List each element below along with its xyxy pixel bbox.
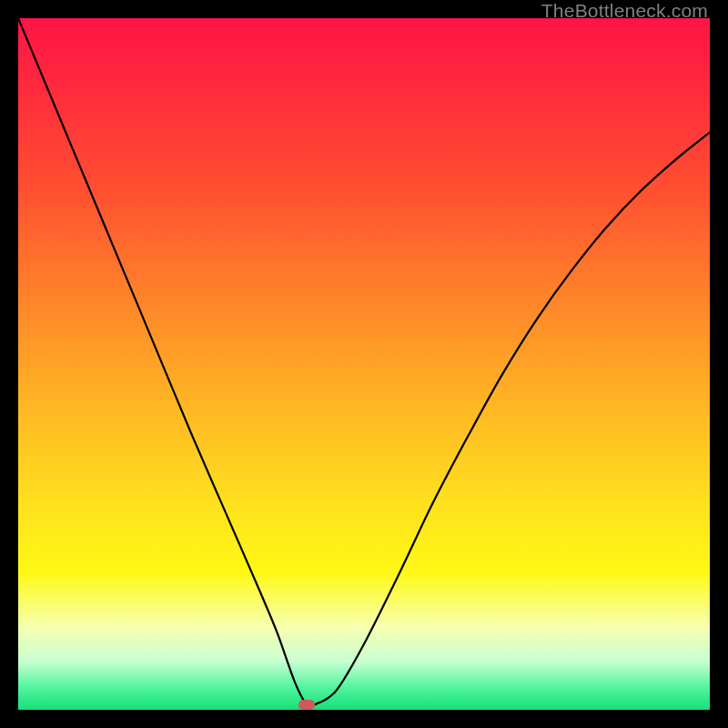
chart-frame: TheBottleneck.com: [0, 0, 728, 728]
bottleneck-curve-path: [18, 18, 710, 706]
optimum-marker: [298, 700, 315, 710]
curve-svg: [18, 18, 710, 710]
plot-area: [18, 18, 710, 710]
